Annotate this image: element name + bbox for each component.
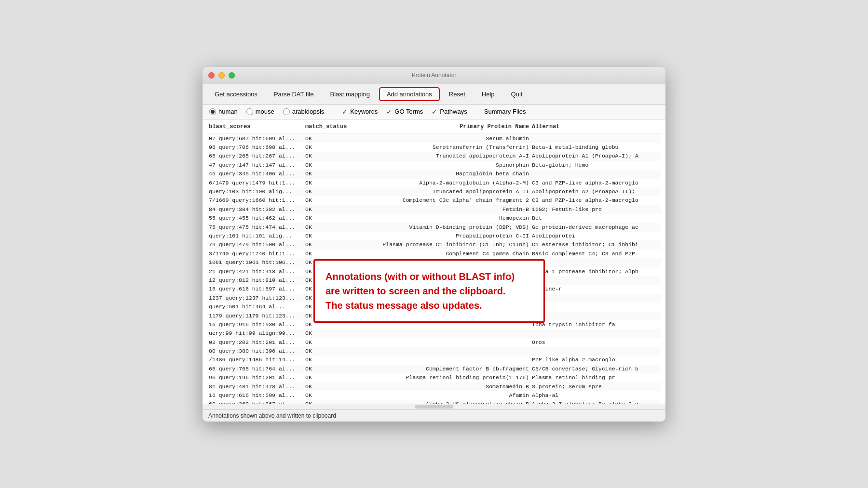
separator	[333, 107, 333, 117]
status-text: Annotations shown above and written to c…	[208, 412, 336, 419]
table-row: 47 query:147 hit:147 al... OK Spinorphin…	[207, 161, 661, 170]
reset-button[interactable]: Reset	[442, 88, 473, 101]
minimize-button[interactable]	[218, 72, 225, 79]
help-button[interactable]: Help	[475, 88, 502, 101]
table-row: 81 query:481 hit:478 al... OK Somatomedi…	[207, 382, 661, 391]
get-accessions-button[interactable]: Get accessions	[207, 88, 265, 101]
filter-bar: human mouse arabidopsis ✓ Keywords ✓ GO …	[203, 105, 665, 119]
go-terms-checkmark: ✓	[386, 108, 392, 116]
table-row: 60 query:360 hit:367 al... OK Alpha-2-HS…	[207, 400, 661, 403]
scrollbar-thumb[interactable]	[415, 405, 453, 409]
table-row: 96 query:196 hit:201 al... OK Plasma ret…	[207, 373, 661, 382]
radio-human[interactable]: human	[209, 108, 238, 115]
go-terms-label: GO Terms	[394, 108, 423, 115]
table-row: 65 query:265 hit:267 al... OK Truncated …	[207, 152, 661, 160]
table-row: 79 query:479 hit:500 al... OK Plasma pro…	[207, 240, 661, 249]
check-keywords[interactable]: ✓ Keywords	[342, 108, 378, 116]
toolbar: Get accessions Parse DAT file Blast mapp…	[203, 84, 665, 105]
table-row: 3/1740 query:1740 hit:1... OK Complement…	[207, 250, 661, 258]
content-area: blast_scores match_status Primary Protei…	[203, 119, 665, 404]
table-row: 02 query:202 hit:201 al... OK Oros	[207, 338, 661, 347]
table-row: query:101 hit:101 alig... OK Proapolipop…	[207, 232, 661, 240]
check-summary-files[interactable]: ✓ Summary Files	[476, 108, 526, 116]
radio-human-circle	[209, 108, 216, 115]
table-row: uery:99 hit:99 align:99... OK	[207, 329, 661, 338]
annotation-tooltip: Annotations (with or without BLAST info)…	[313, 259, 545, 323]
table-row: query:103 hit:100 alig... OK Truncated a…	[207, 187, 661, 196]
table-row: /1486 query:1486 hit:14... OK PZP-like a…	[207, 356, 661, 364]
traffic-lights	[208, 72, 235, 79]
pathways-label: Pathways	[440, 108, 467, 115]
radio-arabidopsis-label: arabidopsis	[292, 108, 325, 115]
radio-human-label: human	[218, 108, 238, 115]
table-row: 45 query:345 hit:406 al... OK Haptoglobi…	[207, 170, 661, 178]
keywords-label: Keywords	[350, 108, 378, 115]
header-pname: Primary Protein Name	[376, 122, 530, 132]
table-row: 7/1660 query:1660 hit:1... OK Complement…	[207, 196, 661, 205]
horizontal-scrollbar[interactable]	[203, 404, 665, 409]
table-row: 65 query:765 hit:764 al... OK Complement…	[207, 365, 661, 373]
parse-dat-file-button[interactable]: Parse DAT file	[267, 88, 321, 101]
table-row: 55 query:455 hit:462 al... OK Hemopexin …	[207, 214, 661, 223]
table-row: 06 query:706 hit:698 al... OK Serotransf…	[207, 143, 661, 152]
radio-arabidopsis[interactable]: arabidopsis	[283, 108, 325, 115]
header-blast: blast_scores	[207, 122, 304, 132]
title-bar: Protein Annotator	[203, 67, 665, 84]
table-row: 6/1479 query:1479 hit:1... OK Alpha-2-ma…	[207, 179, 661, 187]
table-header: blast_scores match_status Primary Protei…	[207, 122, 661, 133]
add-annotations-button[interactable]: Add annotations	[379, 87, 440, 101]
radio-mouse[interactable]: mouse	[246, 108, 274, 115]
radio-mouse-label: mouse	[256, 108, 274, 115]
blast-mapping-button[interactable]: Blast mapping	[323, 88, 377, 101]
quit-button[interactable]: Quit	[504, 88, 530, 101]
radio-mouse-circle	[246, 108, 253, 115]
tooltip-line-3: The status message also updates.	[326, 298, 533, 313]
table-row: 16 query:616 hit:599 al... OK Afamin Alp…	[207, 391, 661, 400]
header-alt: Alternat	[530, 122, 656, 132]
status-bar: Annotations shown above and written to c…	[203, 409, 665, 422]
window-title: Protein Annotator	[412, 72, 457, 79]
pathways-checkmark: ✓	[432, 108, 437, 116]
check-pathways[interactable]: ✓ Pathways	[432, 108, 467, 116]
tooltip-line-2: are written to screen and the clipboard.	[326, 284, 533, 298]
summary-files-label: Summary Files	[484, 108, 526, 115]
app-window: Protein Annotator Get accessions Parse D…	[203, 67, 665, 422]
keywords-checkmark: ✓	[342, 108, 348, 116]
table-row: 84 query:384 hit:382 al... OK Fetuin-B 1…	[207, 205, 661, 214]
tooltip-line-1: Annotations (with or without BLAST info)	[326, 269, 533, 284]
radio-arabidopsis-circle	[283, 108, 290, 115]
table-row: 80 query:380 hit:396 al... OK	[207, 347, 661, 356]
check-go-terms[interactable]: ✓ GO Terms	[386, 108, 423, 116]
table-row: 07 query:607 hit:609 al... OK Serum albu…	[207, 134, 661, 143]
header-match: match_status	[304, 122, 376, 132]
table-row: 75 query:475 hit:474 al... OK Vitamin D-…	[207, 223, 661, 232]
close-button[interactable]	[208, 72, 215, 79]
maximize-button[interactable]	[229, 72, 235, 79]
